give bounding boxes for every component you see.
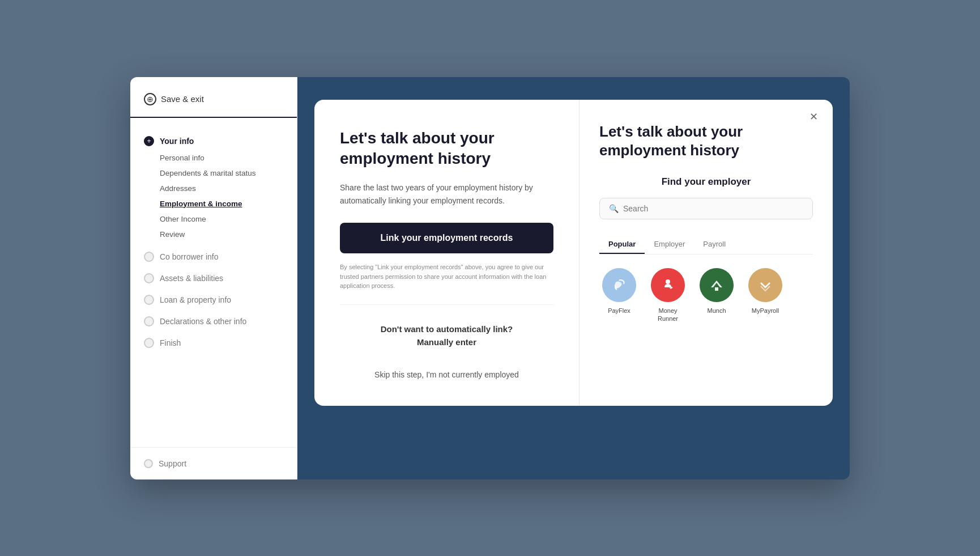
declarations-label: Declarations & other info	[160, 317, 246, 326]
main-content: Let's talk about your employment history…	[297, 77, 850, 479]
nav-dependents[interactable]: Dependents & marital status	[160, 166, 297, 180]
loan-property-label: Loan & property info	[160, 295, 231, 304]
close-button[interactable]: ✕	[806, 109, 821, 125]
dont-want-text: Don't want to automatically link?	[340, 324, 553, 334]
co-borrower-label: Co borrower info	[160, 252, 219, 261]
right-panel: ✕ Let's talk about your employment histo…	[580, 100, 833, 406]
sidebar: ⊕ Save & exit Your info Personal info De…	[130, 77, 297, 479]
left-panel: Let's talk about your employment history…	[314, 100, 580, 406]
munch-name: Munch	[707, 307, 726, 315]
save-exit-button[interactable]: ⊕ Save & exit	[144, 93, 204, 105]
tab-popular[interactable]: Popular	[599, 235, 645, 254]
your-info-circle	[144, 136, 154, 146]
your-info-header[interactable]: Your info	[130, 131, 297, 151]
employer-mypayroll[interactable]: MyPayroll	[745, 268, 785, 323]
nav-addresses[interactable]: Addresses	[160, 181, 297, 196]
payflex-name: PayFlex	[608, 307, 630, 315]
nav-co-borrower[interactable]: Co borrower info	[130, 246, 297, 268]
find-employer-label: Find your employer	[599, 176, 813, 188]
nav-declarations[interactable]: Declarations & other info	[130, 311, 297, 332]
right-panel-title: Let's talk about your employment history	[599, 122, 813, 161]
your-info-sub-items: Personal info Dependents & marital statu…	[130, 151, 297, 241]
content-card: Let's talk about your employment history…	[314, 100, 833, 406]
skip-link[interactable]: Skip this step, I'm not currently employ…	[340, 370, 553, 379]
munch-avatar	[700, 268, 734, 302]
left-panel-description: Share the last two years of your employm…	[340, 181, 553, 207]
finish-circle	[144, 338, 154, 348]
svg-point-0	[666, 279, 670, 284]
nav-employment-income[interactable]: Employment & income	[160, 197, 297, 211]
save-exit-label: Save & exit	[161, 94, 204, 104]
sidebar-footer[interactable]: Support	[130, 447, 297, 479]
tab-payroll[interactable]: Payroll	[694, 235, 735, 254]
search-input[interactable]	[623, 204, 803, 213]
search-icon: 🔍	[609, 204, 619, 213]
support-label: Support	[159, 459, 186, 468]
declarations-circle	[144, 316, 154, 326]
support-circle	[144, 459, 153, 468]
tabs-row: Popular Employer Payroll	[599, 235, 813, 254]
nav-section-your-info: Your info Personal info Dependents & mar…	[130, 131, 297, 241]
mypayroll-avatar	[748, 268, 782, 302]
nav-other-income[interactable]: Other Income	[160, 212, 297, 226]
payflex-avatar	[602, 268, 636, 302]
assets-circle	[144, 273, 154, 283]
employers-grid: PayFlex Money Runner	[599, 268, 813, 323]
search-box[interactable]: 🔍	[599, 198, 813, 219]
terms-text: By selecting "Link your employment recor…	[340, 262, 553, 305]
app-container: ⊕ Save & exit Your info Personal info De…	[130, 77, 850, 479]
link-records-button[interactable]: Link your employment records	[340, 223, 553, 253]
manually-enter-link[interactable]: Manually enter	[417, 337, 476, 347]
nav-review[interactable]: Review	[160, 227, 297, 241]
finish-label: Finish	[160, 338, 181, 347]
manual-section: Don't want to automatically link? Manual…	[340, 319, 553, 353]
moneyrunner-avatar	[651, 268, 685, 302]
tab-employer[interactable]: Employer	[645, 235, 694, 254]
employer-money-runner[interactable]: Money Runner	[648, 268, 688, 323]
nav-personal-info[interactable]: Personal info	[160, 151, 297, 165]
employer-payflex[interactable]: PayFlex	[599, 268, 639, 323]
mypayroll-name: MyPayroll	[752, 307, 779, 315]
assets-label: Assets & liabilities	[160, 274, 223, 283]
save-exit-icon: ⊕	[144, 93, 156, 105]
nav-loan-property[interactable]: Loan & property info	[130, 289, 297, 311]
employer-munch[interactable]: Munch	[697, 268, 736, 323]
sidebar-header: ⊕ Save & exit	[130, 77, 297, 118]
sidebar-nav: Your info Personal info Dependents & mar…	[130, 118, 297, 447]
left-panel-title: Let's talk about your employment history	[340, 128, 553, 169]
moneyrunner-name: Money Runner	[648, 307, 688, 323]
nav-finish[interactable]: Finish	[130, 332, 297, 354]
nav-assets[interactable]: Assets & liabilities	[130, 268, 297, 289]
svg-rect-1	[715, 287, 718, 291]
loan-property-circle	[144, 295, 154, 305]
your-info-label: Your info	[160, 137, 194, 146]
co-borrower-circle	[144, 252, 154, 262]
